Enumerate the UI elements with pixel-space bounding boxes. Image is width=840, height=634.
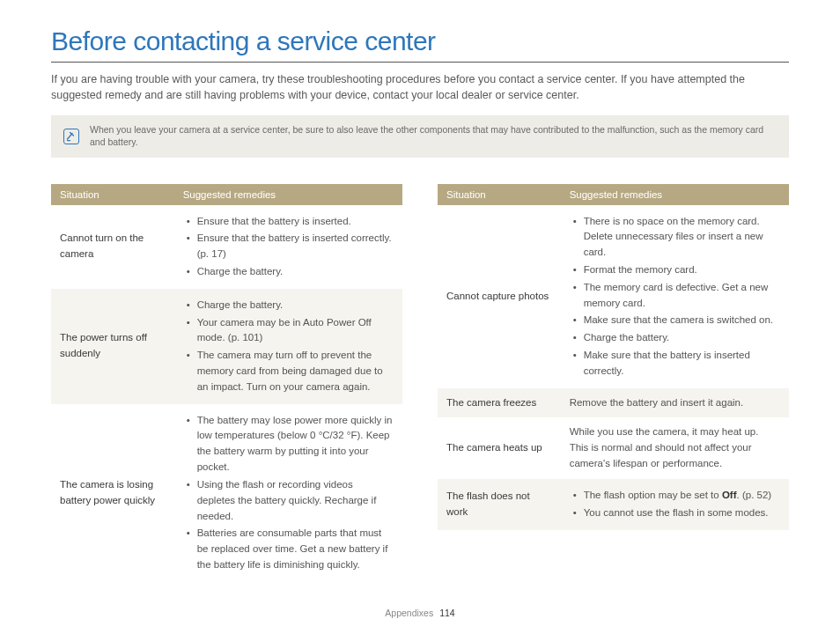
tables-container: Situation Suggested remedies Cannot turn… [51, 184, 789, 582]
remedy-cell: Charge the battery.Your camera may be in… [174, 289, 402, 404]
remedy-cell: The battery may lose power more quickly … [174, 404, 402, 582]
table-row: Cannot turn on the cameraEnsure that the… [51, 205, 402, 289]
situation-cell: The flash does not work [438, 479, 561, 530]
situation-cell: The camera is losing battery power quick… [51, 404, 174, 582]
remedy-item: Make sure that the battery is inserted c… [573, 348, 780, 380]
situation-cell: Cannot turn on the camera [51, 205, 174, 289]
troubleshoot-table-right: Situation Suggested remedies Cannot capt… [438, 184, 789, 530]
remedy-item: You cannot use the flash in some modes. [573, 505, 780, 521]
remedy-item: Ensure that the battery is inserted corr… [187, 231, 394, 262]
situation-cell: The power turns off suddenly [51, 289, 174, 404]
remedy-item: Ensure that the battery is inserted. [187, 214, 394, 230]
col-header-situation: Situation [438, 184, 561, 205]
intro-text: If you are having trouble with your came… [51, 71, 789, 103]
table-row: The power turns off suddenlyCharge the b… [51, 289, 402, 404]
remedy-item: The memory card is defective. Get a new … [573, 280, 780, 312]
remedy-cell: Remove the battery and insert it again. [561, 388, 789, 418]
situation-cell: The camera heats up [438, 417, 561, 478]
table-row: The flash does not workThe flash option … [438, 479, 789, 530]
troubleshoot-table-left: Situation Suggested remedies Cannot turn… [51, 184, 402, 582]
remedy-item: Charge the battery. [573, 330, 780, 346]
page-footer: Appendixes 114 [0, 608, 840, 618]
note-icon [63, 129, 79, 144]
remedy-cell: Ensure that the battery is inserted.Ensu… [174, 205, 402, 289]
remedy-item: Charge the battery. [187, 298, 394, 313]
table-row: The camera freezesRemove the battery and… [438, 388, 789, 418]
remedy-item: Format the memory card. [573, 262, 780, 278]
remedy-item: The flash option may be set to Off. (p. … [573, 488, 780, 504]
col-header-remedies: Suggested remedies [561, 184, 789, 205]
remedy-item: Your camera may be in Auto Power Off mod… [187, 315, 394, 347]
table-row: Cannot capture photosThere is no space o… [438, 205, 789, 388]
right-column: Situation Suggested remedies Cannot capt… [438, 184, 789, 582]
note-box: When you leave your camera at a service … [51, 115, 789, 157]
footer-page-number: 114 [439, 608, 455, 618]
remedy-cell: The flash option may be set to Off. (p. … [561, 479, 789, 530]
page-title: Before contacting a service center [51, 26, 789, 63]
note-text: When you leave your camera at a service … [90, 124, 777, 148]
situation-cell: Cannot capture photos [438, 205, 561, 388]
remedy-item: Charge the battery. [187, 264, 394, 280]
remedy-item: Batteries are consumable parts that must… [187, 526, 394, 572]
footer-section: Appendixes [385, 608, 433, 618]
situation-cell: The camera freezes [438, 388, 561, 418]
remedy-item: There is no space on the memory card. De… [573, 214, 780, 261]
remedy-cell: There is no space on the memory card. De… [561, 205, 789, 388]
remedy-item: Using the flash or recording videos depl… [187, 477, 394, 524]
remedy-item: Make sure that the camera is switched on… [573, 313, 780, 328]
table-row: The camera is losing battery power quick… [51, 404, 402, 582]
remedy-item: The battery may lose power more quickly … [187, 413, 394, 476]
col-header-remedies: Suggested remedies [174, 184, 402, 205]
left-column: Situation Suggested remedies Cannot turn… [51, 184, 402, 582]
col-header-situation: Situation [51, 184, 174, 205]
remedy-item: The camera may turn off to prevent the m… [187, 348, 394, 394]
remedy-cell: While you use the camera, it may heat up… [561, 417, 789, 478]
table-row: The camera heats upWhile you use the cam… [438, 417, 789, 478]
